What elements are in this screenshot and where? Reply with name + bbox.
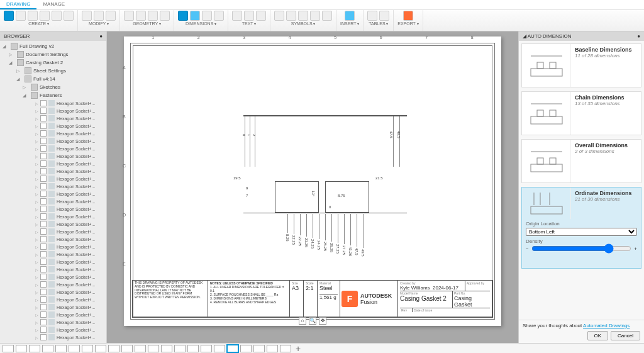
visibility-toggle-icon[interactable]	[40, 168, 47, 174]
fastener-item[interactable]: ▷Hexagon Socket+...	[0, 281, 106, 288]
note-icon[interactable]	[256, 11, 266, 21]
ordinate-dim-icon[interactable]	[190, 11, 200, 21]
sheet-thumbnail[interactable]	[121, 345, 133, 352]
visibility-toggle-icon[interactable]	[40, 228, 47, 235]
visibility-toggle-icon[interactable]	[40, 191, 47, 197]
centermark-icon[interactable]	[136, 11, 146, 21]
fastener-item[interactable]: ▷Hexagon Socket+...	[0, 220, 106, 228]
weld-icon[interactable]	[310, 11, 320, 21]
visibility-toggle-icon[interactable]	[40, 138, 47, 144]
dim-card-ordinate-dimensions[interactable]: Ordinate Dimensions21 of 30 dimensionsOr…	[521, 187, 641, 269]
fastener-item[interactable]: ▷Hexagon Socket+...	[0, 235, 106, 243]
fastener-item[interactable]: ▷Hexagon Socket+...	[0, 266, 106, 273]
base-view-icon[interactable]	[4, 11, 14, 21]
visibility-toggle-icon[interactable]	[40, 244, 47, 250]
insert-label[interactable]: INSERT	[340, 21, 359, 26]
fastener-item[interactable]: ▷Hexagon Socket+...	[0, 311, 106, 318]
sheet-thumbnail[interactable]	[95, 345, 106, 352]
sketch-icon[interactable]	[160, 11, 170, 21]
sheet-thumbnail[interactable]	[108, 345, 119, 352]
tree-fullview[interactable]: ◢Full v4:14	[0, 75, 106, 83]
cancel-button[interactable]: Cancel	[611, 331, 640, 340]
baseline-dim-icon[interactable]	[202, 11, 212, 21]
browser-pin-icon[interactable]: ●	[99, 33, 103, 39]
visibility-toggle-icon[interactable]	[40, 311, 47, 318]
sheet-thumbnail[interactable]	[135, 345, 146, 352]
visibility-toggle-icon[interactable]	[40, 153, 47, 159]
visibility-toggle-icon[interactable]	[40, 266, 47, 272]
fastener-item[interactable]: ▷Hexagon Socket+...	[0, 130, 106, 137]
sheet-thumbnail[interactable]	[214, 345, 225, 352]
automated-drawings-link[interactable]: Automated Drawings	[583, 323, 630, 328]
fastener-item[interactable]: ▷Hexagon Socket+...	[0, 326, 106, 333]
pan-icon[interactable]: ✥	[319, 317, 326, 325]
dimension-icon[interactable]	[178, 11, 188, 21]
tree-part[interactable]: ◢Casing Gasket 2	[0, 59, 106, 67]
sheet-thumbnail[interactable]	[3, 345, 14, 352]
visibility-toggle-icon[interactable]	[40, 213, 47, 220]
centerline-icon[interactable]	[124, 11, 134, 21]
fastener-item[interactable]: ▷Hexagon Socket+...	[0, 122, 106, 130]
sheet-thumbnail[interactable]	[174, 345, 186, 352]
fastener-item[interactable]: ▷Hexagon Socket+...	[0, 198, 106, 205]
chain-dim-icon[interactable]	[214, 11, 224, 21]
crop-view-icon[interactable]	[64, 11, 74, 21]
fastener-item[interactable]: ▷Hexagon Socket+...	[0, 107, 106, 115]
sheet-thumbnail[interactable]	[227, 345, 238, 352]
fastener-item[interactable]: ▷Hexagon Socket+...	[0, 190, 106, 198]
panel-pin-icon[interactable]: ●	[637, 33, 640, 39]
visibility-toggle-icon[interactable]	[40, 160, 47, 167]
taper-icon[interactable]	[322, 11, 332, 21]
fastener-item[interactable]: ▷Hexagon Socket+...	[0, 273, 106, 281]
fastener-item[interactable]: ▷Hexagon Socket+...	[0, 99, 106, 107]
visibility-toggle-icon[interactable]	[40, 289, 47, 295]
drawing-canvas[interactable]: 12345678 ABCDE 0 1 2 47.5 49.5 1	[107, 31, 518, 343]
leader-icon[interactable]	[244, 11, 254, 21]
zoom-icon[interactable]: 🔍	[309, 317, 316, 325]
fastener-item[interactable]: ▷Hexagon Socket+...	[0, 152, 106, 160]
sheet-thumbnail[interactable]	[267, 345, 278, 352]
fastener-item[interactable]: ▷Hexagon Socket+...	[0, 333, 106, 341]
sheet-thumbnail[interactable]	[201, 345, 212, 352]
fastener-item[interactable]: ▷Hexagon Socket+...	[0, 296, 106, 303]
fcf-icon[interactable]	[298, 11, 308, 21]
section-view-icon[interactable]	[28, 11, 38, 21]
visibility-toggle-icon[interactable]	[40, 206, 47, 212]
export-label[interactable]: EXPORT	[397, 21, 418, 26]
visibility-toggle-icon[interactable]	[40, 100, 47, 106]
text-label[interactable]: TEXT	[242, 21, 257, 26]
visibility-toggle-icon[interactable]	[40, 221, 47, 227]
visibility-toggle-icon[interactable]	[40, 251, 47, 257]
create-label[interactable]: CREATE	[28, 21, 49, 26]
fastener-item[interactable]: ▷Hexagon Socket+...	[0, 182, 106, 190]
visibility-toggle-icon[interactable]	[40, 145, 47, 152]
visibility-toggle-icon[interactable]	[40, 198, 47, 205]
dim-card-overall-dimensions[interactable]: Overall Dimensions2 of 3 dimensions	[521, 139, 641, 183]
visibility-toggle-icon[interactable]	[40, 130, 47, 137]
break-view-icon[interactable]	[52, 11, 62, 21]
visibility-toggle-icon[interactable]	[40, 327, 47, 333]
fastener-item[interactable]: ▷Hexagon Socket+...	[0, 175, 106, 182]
sheet-thumbnail[interactable]	[187, 345, 199, 352]
fit-icon[interactable]: ⌂	[299, 317, 306, 325]
text-icon[interactable]	[232, 11, 242, 21]
balloon-icon[interactable]	[379, 11, 389, 21]
fastener-item[interactable]: ▷Hexagon Socket+...	[0, 213, 106, 220]
tree-sketches[interactable]: ▷Sketches	[0, 83, 106, 91]
fastener-item[interactable]: ▷Hexagon Socket+...	[0, 318, 106, 326]
sheet-thumbnail[interactable]	[148, 345, 159, 352]
fastener-item[interactable]: ▷Hexagon Socket+...	[0, 160, 106, 167]
add-sheet-button[interactable]: +	[293, 344, 303, 354]
fastener-item[interactable]: ▷Hexagon Socket+...	[0, 167, 106, 175]
modify-label[interactable]: MODIFY	[89, 21, 109, 26]
sheet-thumbnail[interactable]	[69, 345, 80, 352]
visibility-toggle-icon[interactable]	[40, 123, 47, 129]
visibility-toggle-icon[interactable]	[40, 281, 47, 288]
sheet-thumbnail[interactable]	[82, 345, 93, 352]
symbols-label[interactable]: SYMBOLS	[291, 21, 316, 26]
dim-card-baseline-dimensions[interactable]: Baseline Dimensions11 of 28 dimensions	[521, 43, 641, 87]
visibility-toggle-icon[interactable]	[40, 334, 47, 340]
detail-view-icon[interactable]	[40, 11, 50, 21]
origin-location-select[interactable]: Bottom Left	[526, 228, 637, 236]
dim-card-chain-dimensions[interactable]: Chain Dimensions13 of 35 dimensions	[521, 91, 641, 135]
